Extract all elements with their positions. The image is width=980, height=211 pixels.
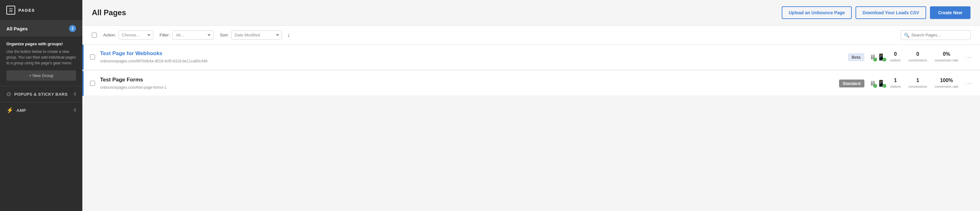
visitors-value-2: 1 [890, 78, 901, 83]
sidebar: ☰ PAGES All Pages 2 Organize pages with … [0, 0, 82, 211]
page-url-2: unbouncepages.com/test-page-forms-1 [100, 85, 166, 90]
pages-icon: ☰ [6, 6, 15, 14]
visitors-label-1: visitors [890, 58, 901, 62]
amp-badge: 0 [74, 108, 76, 112]
conversions-value-2: 1 [908, 78, 927, 83]
all-pages-label: All Pages [6, 26, 28, 31]
device-icons-2: 🖥 ✓ 📱 ✓ [869, 80, 885, 87]
filter-field: Filter: All... [160, 30, 214, 40]
row-checkbox-1[interactable] [90, 54, 95, 59]
page-badge-1: Beta [848, 53, 864, 61]
search-icon: 🔍 [904, 33, 909, 38]
toolbar: Action: Choose... Filter: All... Sort: D… [82, 26, 980, 45]
conversions-value-1: 0 [908, 51, 927, 57]
all-pages-badge: 2 [69, 25, 76, 32]
action-label: Action: [103, 33, 116, 37]
row-checkbox-2[interactable] [90, 81, 95, 86]
table-row: Test Page for Webhooks unbouncepages.com… [82, 45, 980, 70]
filter-label: Filter: [160, 33, 170, 37]
conversions-stat-1: 0 conversions [908, 51, 927, 63]
upload-page-button[interactable]: Upload an Unbounce Page [782, 6, 852, 19]
page-title: All Pages [92, 8, 126, 17]
pages-list: Test Page for Webhooks unbouncepages.com… [82, 45, 980, 211]
page-badge-2: Standard [839, 80, 864, 88]
sidebar-item-popups[interactable]: ⊙ POPUPS & STICKY BARS 0 [0, 86, 82, 102]
search-wrapper: 🔍 [901, 30, 970, 40]
table-row: Test Page Forms unbouncepages.com/test-p… [82, 71, 980, 96]
rate-label-1: conversion rate [935, 58, 958, 62]
visitors-label-2: visitors [890, 85, 901, 88]
page-url-1: unbouncepages.com/897b0b4a-d518-4cf0-b31… [100, 59, 207, 63]
organize-title: Organize pages with groups! [6, 42, 76, 46]
sidebar-item-amp[interactable]: ⚡ AMP 0 [0, 102, 82, 118]
conversions-label-1: conversions [908, 58, 927, 62]
sort-select[interactable]: Date Modified [231, 30, 282, 40]
page-stats-2: 1 visitors 1 conversions 100% conversion… [890, 78, 958, 89]
visitors-stat-1: 0 visitors [890, 51, 901, 63]
row-menu-2[interactable]: ⋯ [964, 78, 974, 88]
rate-value-2: 100% [935, 78, 958, 83]
mobile-check-2: ✓ [883, 84, 886, 88]
mobile-check-1: ✓ [883, 58, 886, 61]
rate-label-2: conversion rate [935, 85, 958, 88]
desktop-icon-wrap-1: 🖥 ✓ [869, 54, 876, 61]
desktop-check-1: ✓ [873, 58, 877, 61]
sort-direction-button[interactable]: ↓ [285, 31, 293, 40]
download-leads-button[interactable]: Download Your Leads CSV [856, 6, 926, 19]
mobile-icon-wrap-1: 📱 ✓ [877, 53, 885, 61]
select-all-checkbox[interactable] [92, 33, 97, 38]
mobile-icon-wrap-2: 📱 ✓ [877, 80, 885, 87]
visitors-stat-2: 1 visitors [890, 78, 901, 89]
search-input[interactable] [901, 30, 970, 40]
row-menu-1[interactable]: ⋯ [964, 52, 974, 62]
create-new-button[interactable]: Create New [930, 6, 970, 19]
filter-select[interactable]: All... [172, 30, 213, 40]
desktop-icon-wrap-2: 🖥 ✓ [869, 80, 876, 87]
amp-label: AMP [16, 108, 26, 113]
sidebar-title: PAGES [18, 8, 35, 13]
popups-badge: 0 [74, 92, 76, 96]
sidebar-info-section: Organize pages with groups! Use the butt… [0, 37, 82, 86]
sort-label: Sort: [220, 33, 228, 37]
conversions-label-2: conversions [908, 85, 927, 88]
rate-value-1: 0% [935, 51, 958, 57]
action-select[interactable]: Choose... [118, 30, 153, 40]
action-field: Action: Choose... [103, 30, 153, 40]
amp-icon: ⚡ [6, 107, 13, 114]
organize-text: Use the button below to create a new gro… [6, 49, 76, 66]
visitors-value-1: 0 [890, 51, 901, 57]
main-content: All Pages Upload an Unbounce Page Downlo… [82, 0, 980, 211]
page-info-1: Test Page for Webhooks unbouncepages.com… [100, 50, 843, 64]
sidebar-item-all-pages[interactable]: All Pages 2 [0, 21, 82, 37]
rate-stat-1: 0% conversion rate [935, 51, 958, 63]
rate-stat-2: 100% conversion rate [935, 78, 958, 89]
page-stats-1: 0 visitors 0 conversions 0% conversion r… [890, 51, 958, 63]
desktop-check-2: ✓ [873, 84, 877, 88]
page-name-1[interactable]: Test Page for Webhooks [100, 50, 843, 57]
conversions-stat-2: 1 conversions [908, 78, 927, 89]
topbar-actions: Upload an Unbounce Page Download Your Le… [782, 6, 970, 19]
sidebar-header: ☰ PAGES [0, 0, 82, 21]
page-name-2: Test Page Forms [100, 77, 834, 83]
sort-field: Sort: Date Modified ↓ [220, 30, 293, 40]
page-info-2: Test Page Forms unbouncepages.com/test-p… [100, 77, 834, 90]
popups-icon: ⊙ [6, 91, 11, 98]
new-group-button[interactable]: + New Group [6, 70, 76, 81]
device-icons-1: 🖥 ✓ 📱 ✓ [869, 53, 885, 61]
topbar: All Pages Upload an Unbounce Page Downlo… [82, 0, 980, 26]
popups-label: POPUPS & STICKY BARS [14, 92, 68, 97]
